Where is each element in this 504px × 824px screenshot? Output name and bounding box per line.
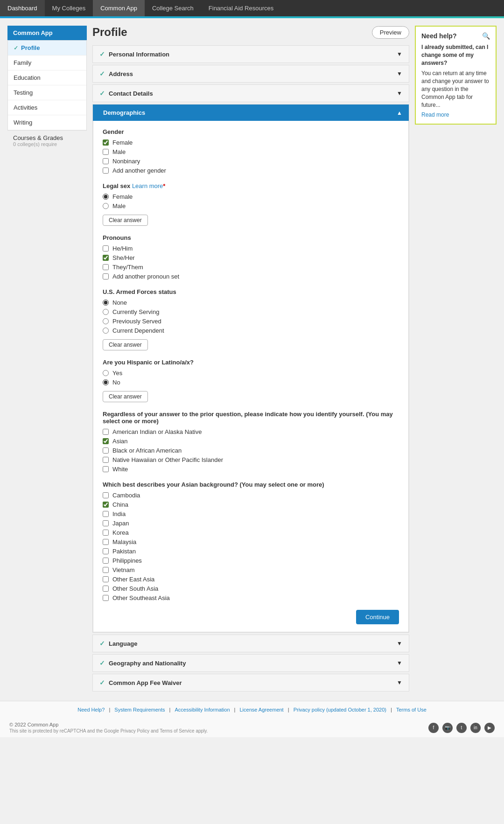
accordion-header-6[interactable]: ✓Common App Fee Waiver▼ — [93, 674, 409, 691]
clear-hispanic-button[interactable]: Clear answer — [103, 391, 148, 402]
footer-separator: | — [233, 707, 237, 712]
hispanic-radio-0[interactable] — [103, 370, 109, 376]
gender-checkbox-2[interactable] — [103, 158, 109, 164]
nav-item-common-app[interactable]: Common App — [93, 0, 145, 16]
preview-button[interactable]: Preview — [372, 26, 409, 39]
legal-sex-radio-1[interactable] — [103, 203, 109, 209]
facebook-icon[interactable]: f — [428, 723, 439, 733]
clear-armed-forces-button[interactable]: Clear answer — [103, 339, 148, 350]
footer-link-3[interactable]: License Agreement — [240, 707, 284, 712]
sidebar-item-profile[interactable]: ✓Profile — [8, 41, 86, 56]
continue-button[interactable]: Continue — [356, 610, 399, 624]
clear-legal-sex-button[interactable]: Clear answer — [103, 215, 148, 226]
asian-bg-checkbox-10[interactable] — [103, 586, 109, 592]
gender-checkbox-3[interactable] — [103, 168, 109, 174]
read-more-link[interactable]: Read more — [421, 112, 449, 118]
footer-link-0[interactable]: Need Help? — [77, 707, 105, 712]
asian-bg-checkbox-2[interactable] — [103, 511, 109, 517]
accordion-header-2[interactable]: ✓Contact Details▼ — [93, 85, 409, 102]
youtube-icon[interactable]: ▶ — [484, 723, 495, 733]
pronouns-option-3: Add another pronoun set — [112, 273, 179, 280]
accordion-header-4[interactable]: ✓Language▼ — [93, 635, 409, 652]
race-checkbox-3[interactable] — [103, 457, 109, 463]
pronouns-checkbox-1[interactable] — [103, 255, 109, 261]
asian-bg-checkbox-11[interactable] — [103, 595, 109, 601]
footer-link-4[interactable]: Privacy policy (updated October 1, 2020) — [294, 707, 386, 712]
checkbox-item: Other South Asia — [103, 585, 399, 592]
legal-sex-group: Legal sex Learn more* Female Male Clear … — [103, 182, 399, 226]
race-checkbox-1[interactable] — [103, 438, 109, 444]
courses-grades-label: Courses & Grades — [13, 134, 81, 141]
race-checkbox-0[interactable] — [103, 429, 109, 435]
race-checkbox-2[interactable] — [103, 447, 109, 454]
nav-item-my-colleges[interactable]: My Colleges — [45, 0, 93, 16]
asian-bg-checkbox-7[interactable] — [103, 558, 109, 564]
search-icon[interactable]: 🔍 — [482, 32, 490, 40]
asian-bg-checkbox-3[interactable] — [103, 520, 109, 526]
asian-bg-checkbox-8[interactable] — [103, 567, 109, 573]
chevron-icon: ▼ — [397, 660, 402, 666]
armed-forces-option-0: None — [112, 299, 127, 306]
sidebar-item-activities[interactable]: Activities — [8, 100, 86, 115]
race-group: Regardless of your answer to the prior q… — [103, 411, 399, 473]
accordion-header-0[interactable]: ✓Personal Information▼ — [93, 46, 409, 63]
sidebar-item-education[interactable]: Education — [8, 70, 86, 85]
instagram-icon[interactable]: 📷 — [442, 723, 453, 733]
chevron-icon: ▲ — [397, 110, 402, 116]
asian-bg-option-4: Korea — [112, 529, 129, 536]
armed-forces-radio-2[interactable] — [103, 318, 109, 324]
footer-link-2[interactable]: Accessibility Information — [175, 707, 230, 712]
sidebar-item-family[interactable]: Family — [8, 56, 86, 70]
asian-bg-checkbox-9[interactable] — [103, 576, 109, 582]
sidebar-item-label: Education — [14, 74, 41, 81]
asian-bg-checkbox-0[interactable] — [103, 492, 109, 498]
gender-checkbox-1[interactable] — [103, 149, 109, 155]
accordion-header-5[interactable]: ✓Geography and Nationality▼ — [93, 655, 409, 671]
learn-more-link[interactable]: Learn more — [132, 182, 163, 189]
asian-bg-checkbox-5[interactable] — [103, 539, 109, 545]
checkbox-item: Female — [103, 139, 399, 146]
asian-bg-checkbox-6[interactable] — [103, 548, 109, 554]
nav-item-financial-aid-resources[interactable]: Financial Aid Resources — [201, 0, 281, 16]
required-mark: * — [163, 182, 165, 189]
pronouns-checkbox-2[interactable] — [103, 264, 109, 270]
accordion-header-3[interactable]: Demographics▲ — [93, 105, 409, 121]
footer-link-5[interactable]: Terms of Use — [396, 707, 427, 712]
checkbox-item: They/Them — [103, 264, 399, 271]
footer-separator: | — [389, 707, 393, 712]
race-checkbox-4[interactable] — [103, 466, 109, 472]
twitter-icon[interactable]: t — [456, 723, 467, 733]
checkbox-item: Asian — [103, 438, 399, 445]
pronouns-option-2: They/Them — [112, 264, 143, 271]
checkbox-item: Black or African American — [103, 447, 399, 454]
asian-bg-checkbox-1[interactable] — [103, 502, 109, 508]
pronouns-checkbox-0[interactable] — [103, 245, 109, 251]
radio-item: Current Dependent — [103, 327, 399, 334]
pronouns-checkbox-3[interactable] — [103, 273, 109, 279]
asian-bg-checkbox-4[interactable] — [103, 530, 109, 536]
race-option-2: Black or African American — [112, 447, 182, 454]
nav-item-dashboard[interactable]: Dashboard — [0, 0, 45, 16]
legal-sex-label: Legal sex Learn more* — [103, 182, 399, 189]
gender-checkbox-0[interactable] — [103, 140, 109, 146]
armed-forces-radio-0[interactable] — [103, 300, 109, 306]
checkbox-item: Native Hawaiian or Other Pacific Islande… — [103, 456, 399, 463]
armed-forces-radio-3[interactable] — [103, 328, 109, 334]
nav-item-college-search[interactable]: College Search — [145, 0, 201, 16]
sidebar-item-writing[interactable]: Writing — [8, 115, 86, 130]
hispanic-group: Are you Hispanic or Latino/a/x? Yes No C… — [103, 359, 399, 402]
accordion-header-1[interactable]: ✓Address▼ — [93, 65, 409, 82]
help-box: Need help? 🔍 I already submitted, can I … — [415, 26, 497, 125]
legal-sex-radio-0[interactable] — [103, 194, 109, 200]
hispanic-radio-1[interactable] — [103, 379, 109, 385]
linkedin-icon[interactable]: in — [470, 723, 481, 733]
sidebar-item-label: Writing — [14, 119, 32, 126]
checkbox-item: American Indian or Alaska Native — [103, 428, 399, 435]
footer-link-1[interactable]: System Requirements — [114, 707, 165, 712]
sidebar-item-testing[interactable]: Testing — [8, 85, 86, 100]
asian-bg-option-2: India — [112, 510, 126, 517]
asian-bg-option-5: Malaysia — [112, 538, 136, 545]
main-content: Profile Preview ✓Personal Information▼✓A… — [92, 26, 409, 693]
armed-forces-radio-1[interactable] — [103, 309, 109, 315]
checkbox-item: Nonbinary — [103, 158, 399, 165]
